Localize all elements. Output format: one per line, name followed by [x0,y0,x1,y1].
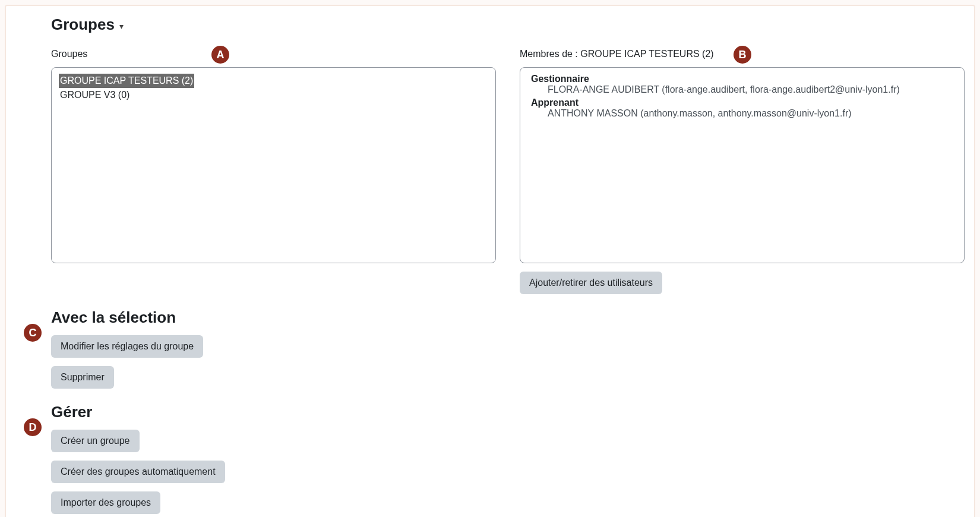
selection-section: C Avec la sélection Modifier les réglage… [15,308,965,389]
groups-listbox[interactable]: GROUPE ICAP TESTEURS (2)GROUPE V3 (0) [51,67,496,263]
annotation-marker-d: D [24,418,42,436]
columns: Groupes A GROUPE ICAP TESTEURS (2)GROUPE… [15,46,965,294]
members-actions: Ajouter/retirer des utilisateurs [520,263,965,294]
page-title: Groupes [51,15,115,34]
create-group-button[interactable]: Créer un groupe [51,430,140,452]
annotation-marker-a: A [211,46,229,64]
edit-group-settings-button[interactable]: Modifier les réglages du groupe [51,335,203,358]
page-header: Groupes ▾ [15,6,965,46]
add-remove-users-button[interactable]: Ajouter/retirer des utilisateurs [520,272,662,294]
groups-label: Groupes [51,49,87,59]
manage-heading: Gérer [51,403,965,421]
import-groups-button[interactable]: Importer des groupes [51,491,160,514]
manage-section: D Gérer Créer un groupe Créer des groupe… [15,403,965,514]
annotation-marker-b: B [734,46,751,64]
members-box-wrap: B GestionnaireFLORA-ANGE AUDIBERT (flora… [520,67,965,263]
members-label: Membres de : GROUPE ICAP TESTEURS (2) [520,49,714,59]
selection-heading: Avec la sélection [51,308,965,327]
annotation-marker-c: C [24,324,42,342]
groups-listbox-wrap: A GROUPE ICAP TESTEURS (2)GROUPE V3 (0) [51,67,496,263]
groups-column: Groupes A GROUPE ICAP TESTEURS (2)GROUPE… [51,46,496,294]
group-option[interactable]: GROUPE ICAP TESTEURS (2) [59,74,194,88]
groups-column-header: Groupes [51,46,496,62]
chevron-down-icon[interactable]: ▾ [119,21,124,31]
group-option[interactable]: GROUPE V3 (0) [59,88,131,102]
page-container: Groupes ▾ Groupes A GROUPE ICAP TESTEURS… [5,5,975,517]
delete-group-button[interactable]: Supprimer [51,366,114,389]
create-groups-auto-button[interactable]: Créer des groupes automatiquement [51,461,225,483]
member-item[interactable]: ANTHONY MASSON (anthony.masson, anthony.… [548,108,953,119]
member-role-heading: Apprenant [531,97,953,108]
members-listbox[interactable]: GestionnaireFLORA-ANGE AUDIBERT (flora-a… [520,67,965,263]
members-column: Membres de : GROUPE ICAP TESTEURS (2) B … [520,46,965,294]
member-role-heading: Gestionnaire [531,74,953,84]
content: Groupes ▾ Groupes A GROUPE ICAP TESTEURS… [6,6,974,514]
member-item[interactable]: FLORA-ANGE AUDIBERT (flora-ange.audibert… [548,84,953,95]
